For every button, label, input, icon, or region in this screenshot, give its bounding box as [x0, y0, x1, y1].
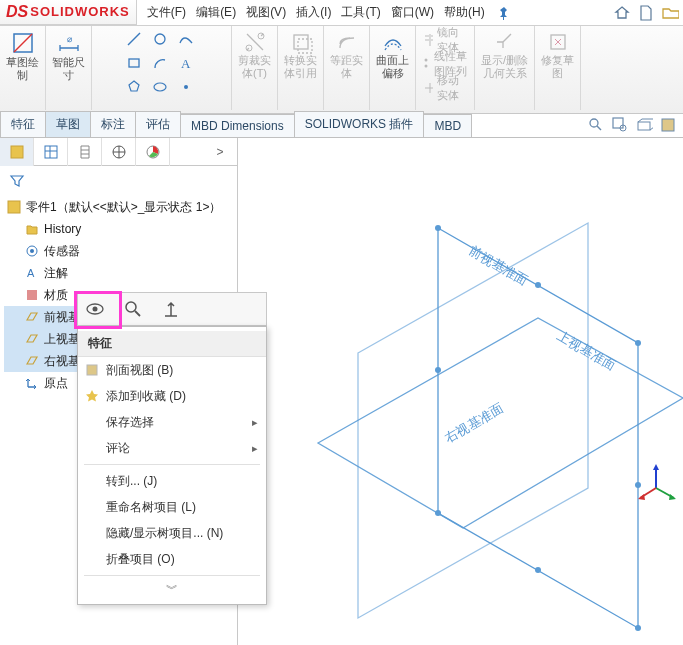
- filter-icon[interactable]: [6, 170, 28, 192]
- tree-root[interactable]: 零件1（默认<<默认>_显示状态 1>）: [4, 196, 237, 218]
- ctx-add-favorite[interactable]: 添加到收藏 (D): [78, 383, 266, 409]
- pattern-row[interactable]: 线性草图阵列: [422, 54, 468, 74]
- line-icon[interactable]: [125, 30, 143, 48]
- convert-button[interactable]: 转换实 体引用: [284, 30, 317, 80]
- menu-window[interactable]: 窗口(W): [391, 4, 434, 21]
- ctx-section-view[interactable]: 剖面视图 (B): [78, 357, 266, 383]
- right-plane-label-3d: 右视基准面: [442, 400, 506, 445]
- pin-icon[interactable]: [495, 4, 513, 22]
- offset-button[interactable]: 等距实 体: [330, 30, 363, 80]
- fm-tab-config[interactable]: [68, 138, 102, 166]
- arc-icon[interactable]: [151, 54, 169, 72]
- fm-tab-feature[interactable]: [0, 138, 34, 166]
- svg-rect-20: [662, 119, 674, 131]
- mirror-row[interactable]: 镜向实体: [422, 30, 468, 50]
- view-triad[interactable]: [638, 464, 676, 500]
- ctx-separator: [84, 464, 260, 465]
- circle-icon[interactable]: [151, 30, 169, 48]
- svg-point-33: [635, 625, 641, 631]
- fm-tab-display[interactable]: [136, 138, 170, 166]
- tab-addins[interactable]: SOLIDWORKS 插件: [294, 111, 425, 137]
- zoom-area-icon[interactable]: [611, 116, 629, 134]
- surface-offset-button[interactable]: 曲面上 偏移: [376, 30, 409, 80]
- ctx-savesel-label: 保存选择: [106, 414, 154, 431]
- normal-to-icon[interactable]: [160, 298, 182, 320]
- menu-insert[interactable]: 插入(I): [296, 4, 331, 21]
- zoom-to-icon[interactable]: [122, 298, 144, 320]
- tab-feature[interactable]: 特征: [0, 111, 46, 137]
- trim-label: 剪裁实 体(T): [238, 54, 271, 80]
- graphics-viewport[interactable]: 前视基准面 上视基准面 右视基准面: [238, 138, 683, 645]
- convert-label: 转换实 体引用: [284, 54, 317, 80]
- home-icon[interactable]: [613, 4, 631, 22]
- svg-point-35: [535, 282, 541, 288]
- origin-icon: [24, 375, 40, 391]
- ellipse-icon[interactable]: [151, 78, 169, 96]
- logo-sw: SOLIDWORKS: [30, 4, 130, 19]
- rect-icon[interactable]: [125, 54, 143, 72]
- ctx-collapse[interactable]: 折叠项目 (O): [78, 546, 266, 572]
- svg-rect-23: [45, 146, 57, 158]
- move-row[interactable]: 移动实体: [422, 78, 468, 98]
- repair-label: 修复草 图: [541, 54, 574, 80]
- spline-icon[interactable]: [177, 30, 195, 48]
- smart-dim-label: 智能尺 寸: [52, 56, 85, 82]
- sensor-label: 传感器: [44, 243, 80, 260]
- tab-annotate[interactable]: 标注: [90, 111, 136, 137]
- right-plane-3d[interactable]: 右视基准面: [358, 223, 588, 618]
- poly-icon[interactable]: [125, 78, 143, 96]
- svg-point-7: [246, 45, 252, 51]
- svg-rect-19: [638, 122, 650, 130]
- tree-history[interactable]: History: [4, 218, 237, 240]
- tab-evaluate[interactable]: 评估: [135, 111, 181, 137]
- ctx-hide-show-tree[interactable]: 隐藏/显示树项目... (N): [78, 520, 266, 546]
- ctx-save-selection[interactable]: 保存选择: [78, 409, 266, 435]
- ctx-separator: [84, 575, 260, 576]
- svg-point-38: [435, 367, 441, 373]
- tab-sketch[interactable]: 草图: [45, 111, 91, 137]
- fm-tab-more[interactable]: >: [203, 138, 237, 166]
- ctx-rename[interactable]: 重命名树项目 (L): [78, 494, 266, 520]
- text-icon[interactable]: A: [177, 54, 195, 72]
- tree-sensor[interactable]: 传感器: [4, 240, 237, 262]
- display-style-icon[interactable]: [635, 116, 653, 134]
- repair-button[interactable]: 修复草 图: [541, 30, 574, 80]
- tree-annot[interactable]: A注解: [4, 262, 237, 284]
- svg-point-11: [425, 59, 428, 62]
- plane-icon: [24, 331, 40, 347]
- offset-label: 等距实 体: [330, 54, 363, 80]
- ctx-goto[interactable]: 转到... (J): [78, 468, 266, 494]
- tab-mbd[interactable]: MBD: [423, 114, 472, 137]
- fm-tab-dimxpert[interactable]: [102, 138, 136, 166]
- point-icon[interactable]: [177, 78, 195, 96]
- menu-view[interactable]: 视图(V): [246, 4, 286, 21]
- showhide-rel-label: 显示/删除 几何关系: [481, 54, 528, 80]
- open-icon[interactable]: [661, 4, 679, 22]
- svg-rect-26: [8, 201, 20, 213]
- smart-dim-button[interactable]: ⌀ 智能尺 寸: [52, 30, 85, 82]
- tab-mbd-dim[interactable]: MBD Dimensions: [180, 114, 295, 137]
- top-plane-3d[interactable]: 上视基准面: [318, 318, 683, 528]
- menu-file[interactable]: 文件(F): [147, 4, 186, 21]
- context-mini-toolbar: [77, 292, 267, 326]
- command-tabs: 特征 草图 标注 评估 MBD Dimensions SOLIDWORKS 插件…: [0, 114, 683, 138]
- ctx-goto-label: 转到... (J): [106, 473, 157, 490]
- zoom-fit-icon[interactable]: [587, 116, 605, 134]
- sketch-draw-button[interactable]: 草图绘 制: [6, 30, 39, 82]
- app-logo: DS SOLIDWORKS: [0, 0, 137, 26]
- menu-edit[interactable]: 编辑(E): [196, 4, 236, 21]
- showhide-rel-button[interactable]: 显示/删除 几何关系: [481, 30, 528, 80]
- new-doc-icon[interactable]: [637, 4, 655, 22]
- trim-button[interactable]: 剪裁实 体(T): [238, 30, 271, 80]
- fm-tab-property[interactable]: [34, 138, 68, 166]
- eye-show-icon[interactable]: [84, 298, 106, 320]
- material-icon: [24, 287, 40, 303]
- svg-text:A: A: [181, 56, 191, 71]
- ctx-expand-more[interactable]: ︾: [78, 579, 266, 600]
- menu-help[interactable]: 帮助(H): [444, 4, 485, 21]
- svg-point-41: [126, 302, 136, 312]
- ctx-comment[interactable]: 评论: [78, 435, 266, 461]
- svg-point-28: [30, 249, 34, 253]
- menu-tools[interactable]: 工具(T): [341, 4, 380, 21]
- section-view-icon[interactable]: [659, 116, 677, 134]
